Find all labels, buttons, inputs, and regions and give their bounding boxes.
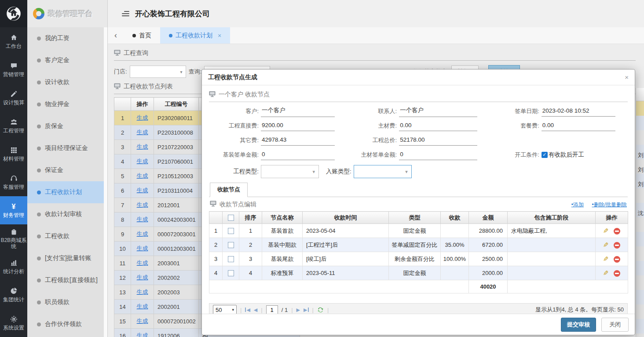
generate-link[interactable]: 生成 (137, 231, 148, 237)
generate-link[interactable]: 生成 (137, 114, 148, 121)
tab-scroll-left-icon[interactable]: ‹ (108, 27, 124, 44)
generate-link[interactable]: 生成 (137, 187, 148, 194)
remove-icon[interactable] (614, 242, 620, 249)
payment-node-row: 33基装尾款[竣工]后剩余金额百分比100.00%2500.00✎ (209, 252, 628, 266)
page-number-input[interactable] (266, 305, 278, 314)
sidebar-module-home[interactable]: 工作台 (0, 27, 27, 55)
generate-link[interactable]: 生成 (137, 303, 148, 310)
action-cell: 生成 (131, 314, 154, 329)
account-type-select[interactable]: ▾ (354, 165, 412, 178)
select-label: 入账类型: (326, 168, 354, 176)
client-name-fragment: 刘 (636, 148, 644, 162)
generate-link[interactable]: 生成 (137, 260, 148, 266)
menu-scrollbar[interactable] (104, 27, 107, 337)
menu-item[interactable]: 工程收款 (27, 225, 107, 247)
generate-link[interactable]: 生成 (137, 289, 148, 295)
generate-link[interactable]: 生成 (137, 143, 148, 150)
sidebar-module-team[interactable]: 工程管理 (0, 112, 27, 140)
sidebar-module-bar-chart[interactable]: 统计分析 (0, 253, 27, 281)
edit-icon[interactable]: ✎ (603, 241, 609, 249)
sidebar-module-pie-chart[interactable]: 集团统计 (0, 281, 27, 309)
row-actions: ✎ (596, 252, 628, 266)
menu-item[interactable]: 合作伙伴领款 (27, 313, 107, 335)
app-logo[interactable] (0, 0, 27, 27)
field-value: 0.00 (399, 121, 477, 131)
sidebar-module-grid[interactable]: 材料管理 (0, 140, 27, 168)
modal-close-icon[interactable]: × (625, 73, 629, 81)
team-icon (10, 118, 18, 126)
menu-item[interactable]: 客户定金 (27, 49, 107, 71)
submit-review-button[interactable]: 提交审核 (561, 318, 596, 332)
field-label: 客户: (209, 107, 261, 115)
menu-item[interactable]: 职员领款 (27, 291, 107, 313)
sidebar-module-bag[interactable]: B2B商城系统 (0, 224, 27, 253)
sidebar-module-gear[interactable]: 系统设置 (0, 309, 27, 337)
generate-link[interactable]: 生成 (137, 129, 148, 136)
row-actions: ✎ (596, 224, 628, 238)
sidebar-module-yen[interactable]: ¥财务管理 (0, 196, 27, 224)
refresh-icon[interactable] (317, 307, 324, 313)
row-checkbox[interactable] (228, 242, 234, 248)
total-amount: 40020 (469, 280, 508, 293)
menu-item[interactable]: 保证金 (27, 159, 107, 181)
generate-link[interactable]: 生成 (137, 274, 148, 281)
field-label: 签单日期: (490, 107, 542, 115)
sidebar-module-headset[interactable]: 客服管理 (0, 168, 27, 196)
remove-icon[interactable] (614, 228, 620, 234)
menu-item[interactable]: 工程收款计划 (27, 181, 107, 203)
checkbox-checked-icon[interactable]: ✓ (542, 152, 548, 158)
add-link[interactable]: •添加 (571, 201, 584, 208)
row-checkbox[interactable] (228, 256, 234, 262)
payment-node-modal: 工程收款节点生成 × 一个客户 收款节点 客户:一个客户联系人:一个客户签单日期… (201, 69, 635, 335)
bullet-icon (37, 37, 41, 40)
menu-item[interactable]: 物业押金 (27, 93, 107, 115)
sidebar-module-edit[interactable]: 设计预算 (0, 84, 27, 112)
form-cell-empty (490, 133, 628, 147)
menu-item[interactable]: 我的工资 (27, 27, 107, 49)
generate-link[interactable]: 生成 (137, 245, 148, 252)
action-cell: 生成 (131, 140, 154, 154)
select-all-checkbox[interactable] (228, 215, 234, 221)
next-page-icon[interactable]: ▶ (296, 307, 300, 313)
generate-link[interactable]: 生成 (137, 216, 148, 223)
first-page-icon[interactable]: ◀ (245, 307, 250, 313)
last-page-icon[interactable]: ▶ (304, 307, 308, 313)
bg-table-row-edge (636, 261, 644, 275)
tab-payment-nodes[interactable]: 收款节点 (210, 183, 248, 197)
delete-link[interactable]: •删除/批量删除 (592, 201, 627, 208)
tab-home[interactable]: 首页 (124, 27, 160, 44)
row-checkbox[interactable] (228, 228, 234, 234)
menu-item[interactable]: 项目经理保证金 (27, 137, 107, 159)
menu-item[interactable]: 工程领款[直接领款] (27, 269, 107, 291)
store-select[interactable]: ▾ (130, 66, 186, 78)
menu-item[interactable]: [支付宝]批量转账 (27, 247, 107, 269)
project-code: P2105120003 (154, 169, 199, 183)
column-header: 金额 (469, 212, 508, 224)
generate-link[interactable]: 生成 (137, 318, 148, 324)
project-type-select[interactable]: ▾ (261, 165, 319, 178)
tab-close-icon[interactable]: × (218, 32, 221, 39)
sidebar-module-chat[interactable]: 营销管理 (0, 55, 27, 84)
row-number: 13 (114, 285, 131, 300)
menu-item[interactable]: 收款计划审核 (27, 203, 107, 225)
tab-payment-plan[interactable]: 工程收款计划 × (160, 27, 230, 44)
remove-icon[interactable] (614, 270, 620, 277)
select-label: 工程类型: (209, 168, 261, 176)
generate-link[interactable]: 生成 (137, 332, 148, 337)
remove-icon[interactable] (614, 256, 620, 263)
prev-page-icon[interactable]: ◀ (254, 307, 257, 313)
page-size-select[interactable]: 50 ▾ (213, 305, 237, 314)
bag-icon (10, 228, 18, 236)
edit-icon[interactable]: ✎ (603, 227, 609, 235)
menu-toggle-icon[interactable] (122, 11, 129, 16)
generate-link[interactable]: 生成 (137, 158, 148, 165)
edit-icon[interactable]: ✎ (603, 269, 609, 277)
menu-item[interactable]: 设计收款 (27, 71, 107, 93)
row-checkbox[interactable] (228, 270, 234, 276)
edit-icon[interactable]: ✎ (603, 255, 609, 263)
generate-link[interactable]: 生成 (137, 201, 148, 208)
close-button[interactable]: 关闭 (601, 318, 629, 332)
menu-item[interactable]: 质保金 (27, 115, 107, 137)
generate-link[interactable]: 生成 (137, 172, 148, 179)
menu-item-label: 职员领款 (45, 298, 70, 306)
